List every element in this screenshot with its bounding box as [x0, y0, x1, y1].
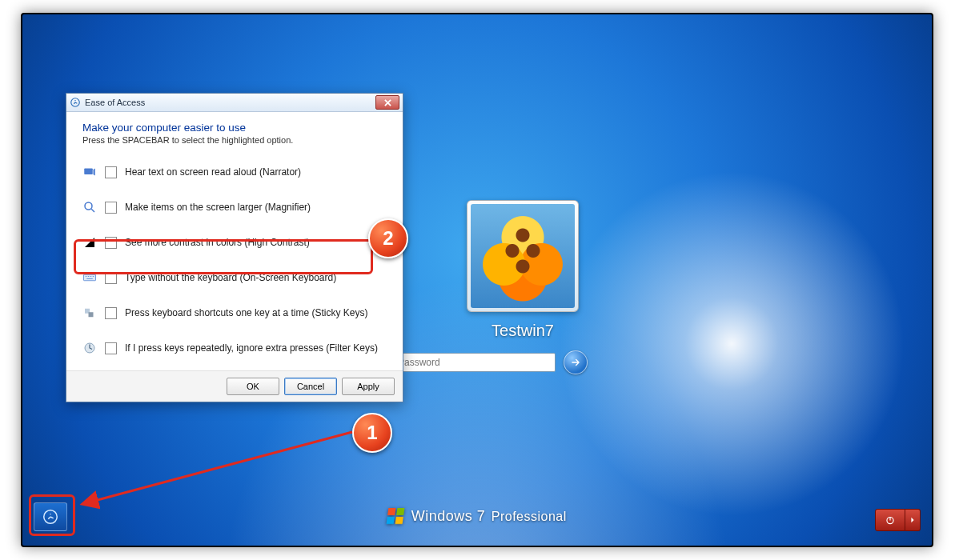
- option-label: Hear text on screen read aloud (Narrator…: [125, 166, 301, 178]
- close-icon: [384, 99, 391, 106]
- apply-button[interactable]: Apply: [342, 378, 395, 395]
- chevron-right-icon: [909, 517, 916, 523]
- branding-version: 7: [477, 508, 486, 524]
- option-high-contrast[interactable]: See more contrast in colors (High Contra…: [82, 225, 387, 260]
- checkbox[interactable]: [105, 342, 117, 354]
- branding-product: Windows: [411, 508, 473, 524]
- power-options: [875, 509, 921, 531]
- cancel-button[interactable]: Cancel: [284, 378, 337, 395]
- power-icon: [885, 514, 896, 526]
- annotation-arrow: [70, 414, 367, 518]
- magnifier-icon: [82, 200, 97, 214]
- branding-edition: Professional: [492, 510, 567, 523]
- option-label: Press keyboard shortcuts one key at a ti…: [125, 307, 367, 318]
- arrow-right-icon: [570, 357, 581, 368]
- filter-keys-icon: [82, 341, 97, 355]
- option-narrator[interactable]: Hear text on screen read aloud (Narrator…: [82, 154, 387, 190]
- keyboard-icon: [82, 270, 97, 285]
- option-on-screen-keyboard[interactable]: Type without the keyboard (On-Screen Key…: [82, 260, 387, 295]
- annotation-badge-1: 1: [352, 413, 392, 453]
- checkbox[interactable]: [105, 166, 117, 178]
- option-label: If I press keys repeatedly, ignore extra…: [125, 342, 378, 354]
- avatar: [471, 204, 575, 308]
- dialog-subtext: Press the SPACEBAR to select the highlig…: [82, 135, 387, 145]
- dialog-title: Ease of Access: [85, 98, 371, 107]
- close-button[interactable]: [375, 95, 399, 110]
- narrator-icon: [82, 165, 97, 179]
- ease-of-access-icon: [42, 508, 59, 526]
- submit-login-button[interactable]: [564, 350, 588, 374]
- shutdown-menu-button[interactable]: [905, 509, 921, 531]
- option-label: Make items on the screen larger (Magnifi…: [125, 202, 311, 213]
- checkbox[interactable]: [105, 237, 117, 249]
- checkbox[interactable]: [105, 202, 117, 214]
- sticky-keys-icon: [82, 306, 97, 320]
- svg-line-10: [94, 432, 352, 501]
- password-input[interactable]: [392, 353, 556, 372]
- username-label: Testwin7: [419, 322, 627, 340]
- avatar-frame: [467, 200, 579, 312]
- ease-of-access-icon: [70, 97, 81, 108]
- svg-rect-6: [84, 274, 96, 281]
- svg-rect-8: [89, 312, 94, 317]
- dialog-heading: Make your computer easier to use: [82, 122, 387, 134]
- checkbox[interactable]: [105, 307, 117, 319]
- checkbox[interactable]: [105, 272, 117, 284]
- dialog-titlebar[interactable]: Ease of Access: [66, 94, 403, 112]
- dialog-footer: OK Cancel Apply: [66, 370, 403, 402]
- shutdown-button[interactable]: [875, 509, 905, 531]
- option-magnifier[interactable]: Make items on the screen larger (Magnifi…: [82, 190, 387, 225]
- option-filter-keys[interactable]: If I press keys repeatedly, ignore extra…: [82, 330, 387, 366]
- option-label: See more contrast in colors (High Contra…: [125, 237, 310, 248]
- ease-of-access-dialog: Ease of Access Make your computer easier…: [66, 93, 403, 402]
- high-contrast-icon: [82, 235, 97, 250]
- windows-branding: Windows 7 Professional: [22, 508, 932, 525]
- option-label: Type without the keyboard (On-Screen Key…: [125, 272, 336, 283]
- ease-of-access-button[interactable]: [34, 502, 67, 531]
- password-row: [392, 350, 588, 374]
- login-screen: Testwin7 Windows 7 Professional: [22, 14, 932, 546]
- svg-point-4: [85, 202, 92, 210]
- ok-button[interactable]: OK: [227, 378, 279, 395]
- windows-logo-icon: [387, 508, 405, 524]
- svg-rect-3: [84, 169, 93, 175]
- option-sticky-keys[interactable]: Press keyboard shortcuts one key at a ti…: [82, 295, 387, 330]
- user-tile: Testwin7: [419, 200, 627, 340]
